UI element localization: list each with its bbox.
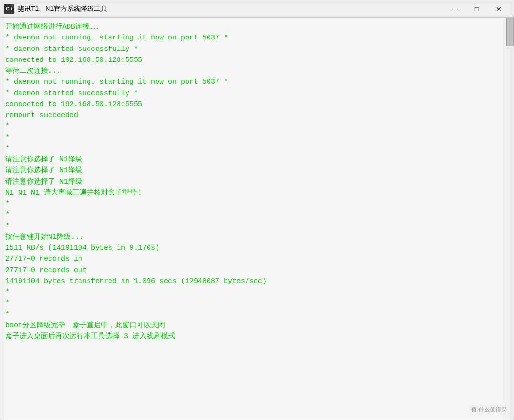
minimize-button[interactable]: — (444, 2, 466, 16)
app-icon-label: C:\ (6, 6, 12, 11)
maximize-button[interactable]: □ (466, 2, 488, 16)
terminal-text: 开始通过网络进行ADB连接…… * daemon not running. st… (5, 21, 501, 342)
app-icon: C:\ (4, 4, 14, 14)
window-controls: — □ ✕ (444, 2, 510, 16)
main-window: C:\ 斐讯T1、N1官方系统降级工具 — □ ✕ 开始通过网络进行ADB连接…… (0, 0, 514, 420)
close-button[interactable]: ✕ (488, 2, 510, 16)
content-area: 开始通过网络进行ADB连接…… * daemon not running. st… (0, 18, 514, 420)
scrollbar[interactable] (506, 18, 514, 420)
watermark: 值 什么值得买 (469, 405, 509, 415)
scrollbar-thumb[interactable] (506, 18, 514, 46)
title-bar: C:\ 斐讯T1、N1官方系统降级工具 — □ ✕ (0, 0, 514, 18)
terminal-output: 开始通过网络进行ADB连接…… * daemon not running. st… (0, 18, 506, 420)
window-title: 斐讯T1、N1官方系统降级工具 (18, 5, 444, 13)
